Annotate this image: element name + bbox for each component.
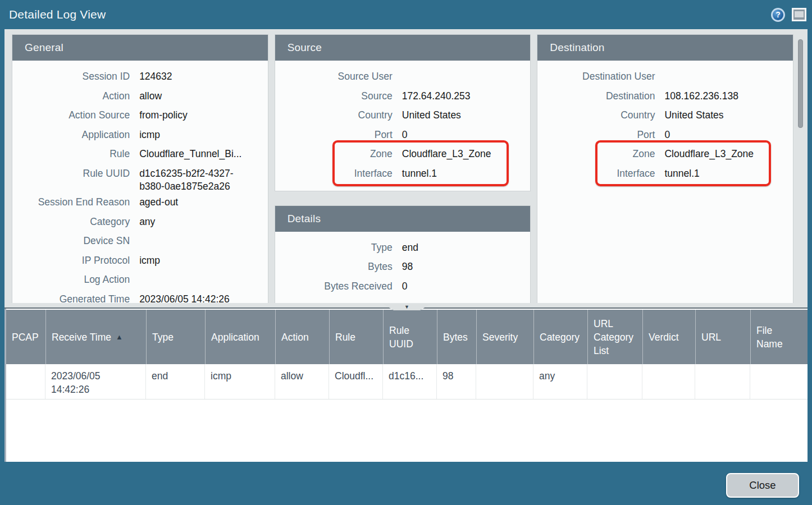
source-details-column: Source Source User Source172.64.240.253 … [275, 35, 531, 303]
destination-panel: Destination Destination User Destination… [537, 35, 793, 303]
log-table-section: ▼ PCAP Receive Time▲ Type Application Ac… [4, 303, 808, 462]
column-header-category[interactable]: Category [533, 310, 587, 364]
column-header-label: Verdict [649, 330, 679, 344]
field-label: Action [12, 87, 130, 103]
column-header-pcap[interactable]: PCAP [6, 310, 45, 364]
column-header-url[interactable]: URL [695, 310, 750, 364]
field-label: Country [537, 106, 655, 122]
destination-panel-header: Destination [537, 35, 793, 61]
chevron-down-icon: ▼ [404, 305, 409, 310]
field-value: 2023/06/05 14:42:26 [130, 290, 268, 303]
cell-rule: Cloudfl... [329, 364, 383, 399]
column-header-rule-uuid[interactable]: Rule UUID [383, 310, 437, 364]
destination-panel-body: Destination User Destination108.162.236.… [537, 61, 793, 191]
field-label: Destination User [537, 67, 655, 83]
details-panel-body: Typeend Bytes98 Bytes Received0 [275, 232, 531, 303]
details-panel: Details Typeend Bytes98 Bytes Received0 [275, 206, 531, 303]
field-row: Session End Reasonaged-out [12, 193, 268, 213]
cell-severity [476, 364, 533, 399]
column-header-file-name[interactable]: File Name [750, 310, 808, 364]
cell-action: allow [275, 364, 329, 399]
details-panel-header: Details [275, 206, 531, 232]
column-header-rule[interactable]: Rule [329, 310, 383, 364]
field-row: Port0 [537, 126, 793, 145]
field-row: Generated Time2023/06/05 14:42:26 [12, 290, 268, 303]
field-value: allow [130, 87, 268, 103]
column-header-label: Category [540, 330, 580, 344]
column-header-label: Severity [482, 330, 518, 344]
cell-type: end [146, 364, 205, 399]
field-label: Type [275, 238, 393, 254]
general-panel: General Session ID124632 Actionallow Act… [12, 35, 268, 303]
column-header-label: PCAP [12, 330, 39, 344]
scrollbar-thumb[interactable] [798, 39, 803, 128]
source-panel: Source Source User Source172.64.240.253 … [275, 35, 531, 191]
column-header-label: Receive Time [52, 330, 111, 344]
field-value: tunnel.1 [655, 164, 793, 180]
cell-category: any [533, 364, 587, 399]
cell-pcap [6, 364, 45, 399]
field-label: Application [12, 126, 130, 141]
column-header-verdict[interactable]: Verdict [642, 310, 695, 364]
column-header-type[interactable]: Type [146, 310, 205, 364]
field-row: IP Protocolicmp [12, 251, 268, 271]
help-icon-glyph: ? [775, 10, 781, 19]
field-label: Country [275, 106, 393, 122]
field-row: CountryUnited States [537, 106, 793, 126]
log-table-header-row: PCAP Receive Time▲ Type Application Acti… [6, 310, 808, 364]
column-header-label: URL Category List [594, 317, 637, 357]
column-header-receive-time[interactable]: Receive Time▲ [45, 310, 146, 364]
window-restore-icon[interactable] [792, 8, 806, 21]
field-label: IP Protocol [12, 251, 130, 267]
column-header-action[interactable]: Action [275, 310, 329, 364]
cell-url [695, 364, 750, 399]
field-label: Device SN [12, 232, 130, 247]
field-row: Actionallow [12, 87, 268, 107]
field-value: Cloudflare_L3_Zone [655, 145, 793, 160]
source-panel-header: Source [275, 35, 531, 61]
field-value: from-policy [130, 106, 268, 122]
field-label: Source [275, 87, 393, 103]
field-label: Port [275, 126, 393, 141]
field-row: Device SN [12, 232, 268, 251]
column-header-url-category-list[interactable]: URL Category List [587, 310, 642, 364]
field-label: Rule UUID [12, 164, 130, 180]
field-label: Log Action [12, 270, 130, 286]
column-header-bytes[interactable]: Bytes [437, 310, 476, 364]
help-icon[interactable]: ? [771, 8, 785, 22]
source-panel-body: Source User Source172.64.240.253 Country… [275, 61, 531, 191]
column-header-label: Type [152, 330, 174, 344]
column-header-application[interactable]: Application [205, 310, 275, 364]
field-value [393, 67, 531, 70]
column-header-label: Application [211, 330, 259, 344]
field-row: Destination User [537, 67, 793, 87]
column-header-label: Bytes [443, 330, 468, 344]
cell-verdict [642, 364, 695, 399]
field-value: icmp [130, 251, 268, 267]
field-label: Bytes [275, 258, 393, 273]
field-row: Log Action [12, 270, 268, 290]
field-value: aged-out [130, 193, 268, 209]
destination-column: Destination Destination User Destination… [537, 35, 793, 303]
field-value: United States [393, 106, 531, 122]
field-row: ZoneCloudflare_L3_Zone [275, 145, 531, 164]
table-row[interactable]: 2023/06/05 14:42:26 end icmp allow Cloud… [6, 364, 808, 400]
field-row: Bytes98 [275, 258, 531, 277]
field-row: Interfacetunnel.1 [275, 164, 531, 184]
field-row: Port0 [275, 126, 531, 145]
field-row: Destination108.162.236.138 [537, 87, 793, 107]
close-button[interactable]: Close [726, 473, 799, 498]
window-restore-icon-inner [795, 11, 804, 17]
cell-file-name [750, 364, 808, 399]
field-row: Interfacetunnel.1 [537, 164, 793, 184]
source-zone-interface-group: ZoneCloudflare_L3_Zone Interfacetunnel.1 [275, 145, 531, 183]
field-row: Bytes Received0 [275, 277, 531, 297]
column-header-severity[interactable]: Severity [476, 310, 533, 364]
field-value: 108.162.236.138 [655, 87, 793, 103]
field-label: Session End Reason [12, 193, 130, 209]
cell-rule-uuid: d1c16... [383, 364, 437, 399]
field-value: United States [655, 106, 793, 122]
field-value: icmp [130, 126, 268, 141]
field-row: Source172.64.240.253 [275, 87, 531, 107]
vertical-scrollbar [797, 36, 804, 297]
